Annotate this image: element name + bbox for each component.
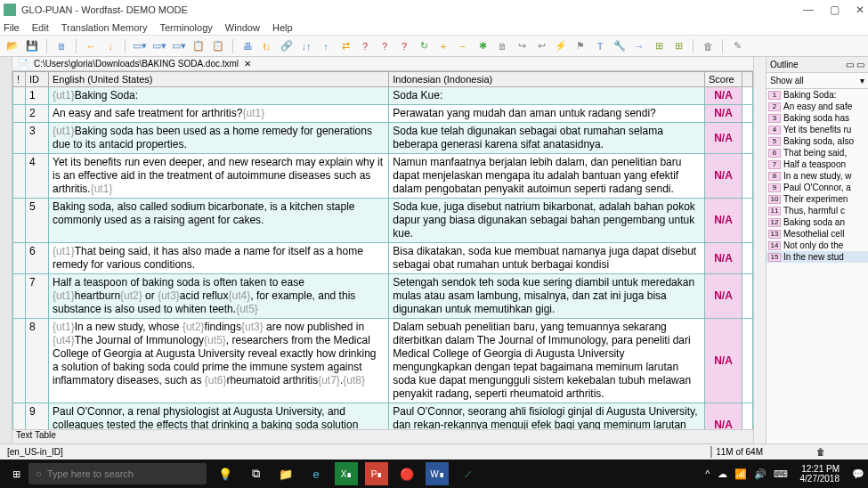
tray-cloud-icon[interactable]: ☁ <box>718 468 727 480</box>
outline-item[interactable]: 3Baking soda has <box>767 112 868 124</box>
outline-item[interactable]: 14Not only do the <box>767 240 868 251</box>
outline-item[interactable]: 7Half a teaspoon <box>767 159 868 170</box>
edit-icon[interactable]: ✎ <box>730 39 744 53</box>
taskbar: ⊞ ○ Type here to search 💡 ⧉ 📁 e X∎ P∎ 🔴 … <box>0 460 868 488</box>
col-source[interactable]: English (United States) <box>49 72 389 87</box>
menu-file[interactable]: File <box>4 22 20 33</box>
up-icon[interactable]: ↓↑ <box>299 39 313 53</box>
tray-notif-icon[interactable]: 💬 <box>852 468 864 480</box>
grid-icon[interactable]: ⊞ <box>652 39 666 53</box>
plus-icon[interactable]: + <box>436 39 450 53</box>
outline-item[interactable]: 9Paul O'Connor, a <box>767 182 868 193</box>
tray-volume-icon[interactable]: 🔊 <box>754 468 767 480</box>
tray-clock[interactable]: 12:21 PM4/27/2018 <box>795 464 846 484</box>
outline-item[interactable]: 10Their experimen <box>767 193 868 205</box>
paste2-icon[interactable]: ▭▾ <box>152 39 166 53</box>
trash-icon[interactable]: 🗑 <box>701 39 715 53</box>
table-row[interactable]: 5Baking soda, also called sodium bicarbo… <box>13 199 753 243</box>
table-row[interactable]: 9Paul O'Connor, a renal physiologist at … <box>13 403 753 430</box>
bottom-tabs[interactable]: Text Table <box>12 429 753 443</box>
refresh-icon[interactable]: ↻ <box>417 39 431 53</box>
outline-item[interactable]: 15In the new stud <box>767 251 868 263</box>
taskview-icon[interactable]: ⧉ <box>244 462 267 485</box>
arrow-icon[interactable]: → <box>632 39 646 53</box>
scrollbar-center[interactable] <box>753 57 766 443</box>
tray-wifi-icon[interactable]: 📶 <box>734 468 747 480</box>
chrome-icon[interactable]: 🔴 <box>395 462 418 485</box>
dn-icon[interactable]: ↑ <box>319 39 333 53</box>
table-row[interactable]: 6{ut1}That being said, it has also made … <box>13 243 753 274</box>
outline-item[interactable]: 1Baking Soda: <box>767 89 868 101</box>
doc2-icon[interactable]: 🗎 <box>495 39 509 53</box>
grid2-icon[interactable]: ⊞ <box>671 39 685 53</box>
titlebar: GLO-PUAN - Wordfast- DEMO MODE — ▢ ✕ <box>0 0 868 20</box>
explorer-icon[interactable]: 📁 <box>274 462 297 485</box>
outline-item[interactable]: 12Baking soda an <box>767 216 868 228</box>
arrow-down-icon[interactable]: ↓ <box>103 39 118 53</box>
outline-item[interactable]: 5Baking soda, also <box>767 135 868 147</box>
nav1-icon[interactable]: ↪ <box>515 39 529 53</box>
paste3-icon[interactable]: ▭▾ <box>172 39 186 53</box>
outline-item[interactable]: 13Mesothelial cell <box>767 228 868 240</box>
open-icon[interactable]: 📂 <box>5 39 20 53</box>
search-icon[interactable]: t↓ <box>260 39 274 53</box>
q2-icon[interactable]: ? <box>377 39 392 53</box>
taskbar-search[interactable]: ○ Type here to search <box>28 463 207 484</box>
ppt-icon[interactable]: P∎ <box>365 462 388 485</box>
bolt-icon[interactable]: ⚡ <box>554 39 568 53</box>
wordfast-icon[interactable]: ⟋ <box>456 462 479 485</box>
col-id[interactable]: ID <box>26 72 49 87</box>
tray-lang-icon[interactable]: ⌨ <box>774 468 788 480</box>
table-row[interactable]: 7Half a teaspoon of baking soda is often… <box>13 274 753 319</box>
menu-tm[interactable]: Translation Memory <box>61 22 148 33</box>
tool-icon[interactable]: 🔧 <box>612 39 627 53</box>
minimize-button[interactable]: — <box>803 4 814 16</box>
table-row[interactable]: 4Yet its benefits run even deeper, and n… <box>13 154 753 199</box>
start-button[interactable]: ⊞ <box>4 461 28 486</box>
col-target[interactable]: Indonesian (Indonesia) <box>389 72 705 87</box>
print-icon[interactable]: 🖶 <box>240 39 255 53</box>
menu-help[interactable]: Help <box>272 22 293 33</box>
trash-icon[interactable]: 🗑 <box>816 447 825 457</box>
outline-panel: Outline▭ ▭ Show all▾ 1Baking Soda:2An ea… <box>766 57 868 443</box>
menu-window[interactable]: Window <box>225 22 260 33</box>
link-icon[interactable]: 🔗 <box>280 39 294 53</box>
star-icon[interactable]: ✱ <box>475 39 490 53</box>
translation-grid[interactable]: ! ID English (United States) Indonesian … <box>12 71 753 429</box>
word-icon[interactable]: W∎ <box>426 462 449 485</box>
col-score[interactable]: Score <box>705 72 742 87</box>
edge-icon[interactable]: e <box>304 462 328 485</box>
outline-item[interactable]: 4Yet its benefits ru <box>767 124 868 135</box>
q3-icon[interactable]: ? <box>397 39 411 53</box>
q-icon[interactable]: ? <box>358 39 372 53</box>
table-row[interactable]: 8{ut1}In a new study, whose {ut2}finding… <box>13 319 753 403</box>
clip-icon[interactable]: 📋 <box>191 39 206 53</box>
menu-edit[interactable]: Edit <box>32 22 49 33</box>
tray-up-icon[interactable]: ^ <box>705 468 710 479</box>
save-icon[interactable]: 💾 <box>25 39 39 53</box>
outline-showall[interactable]: Show all▾ <box>767 73 868 89</box>
minus-icon[interactable]: − <box>456 39 470 53</box>
menu-terminology[interactable]: Terminology <box>160 22 213 33</box>
table-row[interactable]: 1{ut1}Baking Soda:Soda Kue:N/A <box>13 87 753 105</box>
outline-item[interactable]: 2An easy and safe <box>767 101 868 112</box>
t-icon[interactable]: T <box>593 39 607 53</box>
x-icon[interactable]: ⇄ <box>338 39 353 53</box>
outline-item[interactable]: 6That being said, <box>767 147 868 159</box>
app-icon <box>4 4 16 16</box>
col-flag[interactable]: ! <box>13 72 26 87</box>
paste-icon[interactable]: ▭▾ <box>133 39 147 53</box>
excel-icon[interactable]: X∎ <box>335 462 358 485</box>
arrow-left-icon[interactable]: ← <box>84 39 98 53</box>
doc-icon[interactable]: 🗎 <box>54 39 69 53</box>
outline-item[interactable]: 11Thus, harmful c <box>767 205 868 216</box>
table-row[interactable]: 2An easy and safe treatment for arthriti… <box>13 105 753 123</box>
nav2-icon[interactable]: ↩ <box>534 39 548 53</box>
close-button[interactable]: ✕ <box>856 4 864 16</box>
clip2-icon[interactable]: 📋 <box>211 39 225 53</box>
maximize-button[interactable]: ▢ <box>830 4 840 16</box>
flag-icon[interactable]: ⚑ <box>573 39 588 53</box>
table-row[interactable]: 3{ut1}Baking soda has been used as a hom… <box>13 123 753 154</box>
cortana-icon[interactable]: 💡 <box>214 462 237 485</box>
outline-item[interactable]: 8In a new study, w <box>767 170 868 182</box>
